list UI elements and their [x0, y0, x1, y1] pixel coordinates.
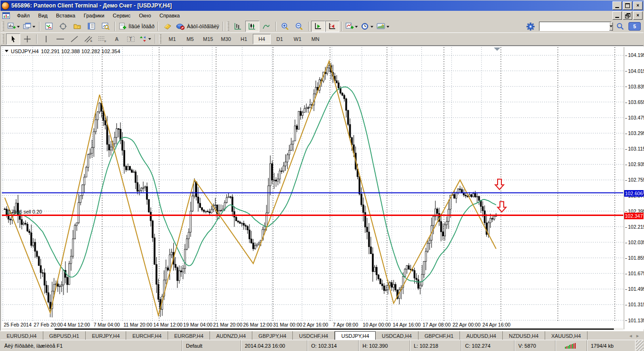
menu-bar: ФайлВидВставкаГрафикиСервисОкноСправка × [0, 11, 644, 21]
cursor-tool-button[interactable] [6, 33, 20, 45]
chart-tab-nzdusd[interactable]: NZDUSD,H4 [503, 331, 545, 340]
fibonacci-tool-button[interactable]: F [96, 33, 110, 45]
time-tick-label: 21 Mar 20:00 [213, 322, 242, 327]
crosshair-tool-button[interactable] [20, 33, 34, 45]
mdi-restore-button[interactable] [623, 11, 632, 20]
toolbar-grip[interactable] [227, 22, 229, 31]
text-tool-button[interactable]: A [110, 33, 124, 45]
chart-tab-audusd[interactable]: AUDUSD,H4 [460, 331, 503, 340]
new-order-button[interactable]: Íîâûé Îðäåð [117, 21, 156, 32]
period-button-d1[interactable]: D1 [271, 34, 289, 44]
standard-toolbar: Íîâûé Îðäåð Àâòî-òîðãîâëÿ [0, 20, 644, 33]
minimize-button[interactable] [612, 1, 622, 10]
chart-tab-usdjpy[interactable]: USDJPY,H4 [335, 331, 376, 340]
chart-window[interactable]: USDJPY,H4 102.291 102.388 102.282 102.35… [0, 46, 644, 331]
chart-tab-eurjpy[interactable]: EURJPY,H4 [86, 331, 126, 340]
terminal-button[interactable] [84, 21, 98, 32]
periods-button[interactable] [360, 21, 375, 32]
tabs-scroll-left-icon[interactable]: ◄ [628, 334, 633, 338]
period-button-mn[interactable]: MN [306, 34, 324, 44]
chart-tab-eurchf[interactable]: EURCHF,H4 [126, 331, 168, 340]
vertical-line-tool-button[interactable] [39, 33, 53, 45]
templates-button[interactable] [375, 21, 391, 32]
arrows-tool-button[interactable] [138, 33, 153, 45]
price-tick-label: 101.135 [625, 318, 644, 323]
chart-tab-gbpusd[interactable]: GBPUSD,H1 [43, 331, 86, 340]
chart-scrollbar[interactable] [2, 328, 623, 330]
time-tick-label: 10 Apr 00:00 [363, 322, 391, 327]
period-button-m5[interactable]: M5 [181, 34, 199, 44]
toolbar-grip[interactable] [159, 34, 161, 44]
tabs-scroll-right-icon[interactable]: ► [636, 334, 640, 338]
scrollbar-handle[interactable] [55, 328, 614, 330]
close-button[interactable]: × [633, 1, 643, 10]
dropdown-caret-icon [386, 26, 389, 29]
chart-tab-eurusd[interactable]: EURUSD,H4 [0, 331, 43, 340]
search-box[interactable] [539, 22, 612, 31]
data-window-button[interactable] [56, 21, 70, 32]
autotrading-button[interactable]: Àâòî-òîðãîâëÿ [175, 21, 221, 32]
status-profile[interactable]: Default [182, 340, 241, 351]
chart-tab-eurgbp[interactable]: EURGBP,H4 [168, 331, 210, 340]
period-button-m15[interactable]: M15 [199, 34, 217, 44]
period-button-h1[interactable]: H1 [235, 34, 253, 44]
menu-6[interactable]: Справка [155, 12, 184, 19]
zoom-in-icon [281, 23, 289, 30]
period-button-w1[interactable]: W1 [289, 34, 306, 44]
metaeditor-button[interactable] [161, 21, 175, 32]
order-line-label: #17136 sell 0.20 [6, 209, 42, 215]
menu-0[interactable]: Файл [13, 12, 34, 19]
profiles-button[interactable] [22, 21, 37, 32]
menu-3[interactable]: Графики [80, 12, 109, 19]
horizontal-line-tool-button[interactable] [53, 33, 67, 45]
status-bar-time: 2014.04.23 16:00 [241, 340, 307, 351]
auto-scroll-button[interactable] [311, 21, 325, 32]
mdi-close-button[interactable]: × [633, 11, 643, 20]
mdi-minimize-button[interactable] [612, 11, 622, 20]
settings-button[interactable] [523, 21, 538, 32]
chart-shift-button[interactable] [325, 21, 339, 32]
chart-tab-xauusd[interactable]: XAUUSD,H4 [545, 331, 588, 340]
chart-tab-audnzd[interactable]: AUDNZD,H4 [210, 331, 252, 340]
toolbar-grip[interactable] [2, 34, 4, 44]
line-chart-mode-button[interactable] [259, 21, 274, 32]
menu-5[interactable]: Окно [135, 12, 155, 19]
chart-tab-usdchf[interactable]: USDCHF,H4 [293, 331, 335, 340]
period-button-m1[interactable]: M1 [163, 34, 181, 44]
navigator-button[interactable] [70, 21, 84, 32]
market-watch-button[interactable] [42, 21, 56, 32]
search-go-button[interactable] [613, 21, 627, 32]
menu-4[interactable]: Сервис [109, 12, 135, 19]
chart-tab-gbpjpy[interactable]: GBPJPY,H4 [252, 331, 293, 340]
period-button-m30[interactable]: M30 [217, 34, 235, 44]
zoom-out-button[interactable] [292, 21, 306, 32]
notifications-badge[interactable]: 5 [628, 22, 641, 31]
candlestick-mode-button[interactable] [245, 21, 259, 32]
resize-grip[interactable] [636, 340, 644, 351]
time-tick-label: 24 Apr 16:00 [483, 322, 511, 327]
menu-2[interactable]: Вставка [52, 12, 80, 19]
period-button-h4[interactable]: H4 [253, 34, 271, 44]
time-tick-label: 22 Apr 00:00 [452, 322, 481, 327]
channel-tool-button[interactable]: E [81, 33, 96, 45]
time-tick-label: 19 Mar 04:00 [183, 322, 212, 327]
zoom-in-button[interactable] [278, 21, 292, 32]
toolbar-grip[interactable] [2, 22, 4, 31]
title-bar[interactable]: 565896: Panteon Client Terminal - Демо С… [0, 0, 644, 11]
chart-tab-gbpchf[interactable]: GBPCHF,H1 [419, 331, 460, 340]
price-chart[interactable]: #17136 sell 0.20 [2, 47, 623, 322]
maximize-button[interactable] [623, 1, 632, 10]
search-dropdown-button[interactable] [609, 22, 613, 31]
trendline-tool-button[interactable] [67, 33, 81, 45]
chart-tab-usdcad[interactable]: USDCAD,H4 [376, 331, 419, 340]
bar-chart-mode-button[interactable] [231, 21, 245, 32]
text-label-tool-button[interactable]: T [124, 33, 138, 45]
menu-1[interactable]: Вид [34, 12, 52, 19]
strategy-tester-button[interactable] [98, 21, 113, 32]
price-tick-label: 103.475 [625, 115, 644, 120]
search-input[interactable] [539, 23, 609, 30]
chart-symbol-label: USDJPY,H4 [11, 48, 39, 54]
collapse-triangle-icon[interactable] [5, 50, 8, 54]
new-chart-button[interactable] [6, 21, 22, 32]
indicators-button[interactable] [344, 21, 360, 32]
